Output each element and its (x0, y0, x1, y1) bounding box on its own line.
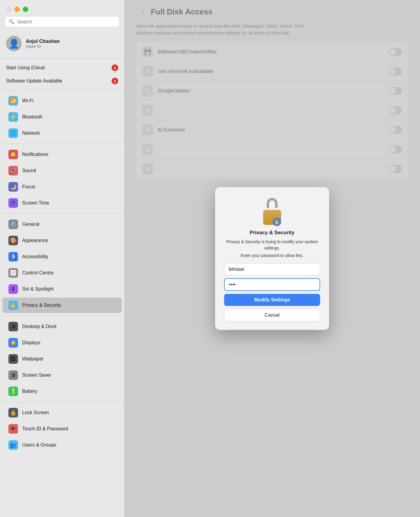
wallpaper-icon: 🖼 (8, 354, 18, 364)
sidebar-item-controlcentre[interactable]: ⬜ Control Centre (2, 265, 122, 281)
sound-icon: 🔊 (8, 166, 18, 175)
divider-5 (0, 316, 124, 316)
sidebar-item-screentime[interactable]: ⏱ Screen Time (2, 195, 122, 211)
dialog-desc: Privacy & Security is trying to modify y… (224, 239, 320, 251)
dialog-sub: Enter your password to allow this. (241, 253, 303, 258)
dialog-title: Privacy & Security (250, 230, 294, 236)
sidebar-item-battery[interactable]: 🔋 Battery (2, 384, 122, 399)
sidebar-item-wallpaper-label: Wallpaper (22, 356, 44, 362)
divider-6 (0, 402, 124, 402)
sidebar-item-notifications-label: Notifications (22, 152, 48, 157)
sidebar-item-network[interactable]: 🌐 Network (2, 125, 122, 141)
maximize-button[interactable] (23, 7, 28, 12)
sidebar-item-displays-label: Displays (22, 340, 40, 345)
sidebar-item-touchid-label: Touch ID & Password (22, 426, 68, 432)
privacy-icon: ✋ (8, 300, 18, 310)
divider-2 (0, 90, 124, 90)
sidebar-item-siri[interactable]: 🎙 Siri & Spotlight (2, 281, 122, 297)
screensaver-icon: 🖥 (8, 370, 18, 380)
modify-settings-button[interactable]: Modify Settings (224, 294, 320, 306)
sidebar-item-desktop[interactable]: 🖥 Desktop & Dock (2, 319, 122, 334)
sidebar-item-wallpaper[interactable]: 🖼 Wallpaper (2, 351, 122, 367)
sidebar: 🔍 👤 Anjul Chauhan Apple ID Start Using i… (0, 0, 124, 517)
search-container: 🔍 (0, 16, 124, 32)
sidebar-item-sound[interactable]: 🔊 Sound (2, 163, 122, 178)
lock-body: ✋ (263, 210, 281, 225)
banner-update-label: Software Update Available (6, 78, 62, 84)
traffic-lights (0, 0, 124, 16)
lock-badge: ✋ (273, 218, 281, 226)
search-input[interactable] (17, 19, 116, 25)
sidebar-item-bluetooth[interactable]: ⚡ Bluetooth (2, 109, 122, 125)
avatar: 👤 (6, 36, 22, 51)
lockscreen-icon: 🔒 (8, 408, 18, 417)
sidebar-item-displays[interactable]: ☀️ Displays (2, 335, 122, 351)
displays-icon: ☀️ (8, 338, 18, 348)
desktop-icon: 🖥 (8, 322, 18, 331)
network-icon: 🌐 (8, 128, 18, 138)
cancel-button[interactable]: Cancel (224, 309, 320, 321)
close-button[interactable] (6, 7, 11, 12)
sidebar-item-privacy[interactable]: ✋ Privacy & Security (2, 297, 122, 313)
badge-icloud: 1 (112, 64, 118, 71)
bluetooth-icon: ⚡ (8, 112, 18, 122)
sidebar-item-notifications[interactable]: 🔔 Notifications (2, 147, 122, 162)
screentime-icon: ⏱ (8, 198, 18, 208)
sidebar-item-accessibility-label: Accessibility (22, 254, 48, 259)
main-content: ‹ › Full Disk Access Allow the applicati… (124, 0, 420, 517)
focus-icon: 🌙 (8, 182, 18, 192)
password-field[interactable] (224, 278, 320, 291)
sidebar-item-general-label: General (22, 222, 39, 227)
notifications-icon: 🔔 (8, 150, 18, 159)
sidebar-item-screentime-label: Screen Time (22, 200, 49, 206)
lock-shackle (267, 198, 278, 208)
general-icon: ⚙️ (8, 220, 18, 229)
profile-name: Anjul Chauhan (26, 39, 60, 44)
sidebar-item-siri-label: Siri & Spotlight (22, 286, 54, 292)
sidebar-item-users[interactable]: 👥 Users & Groups (2, 437, 122, 453)
profile-subtitle: Apple ID (26, 44, 60, 49)
divider-1 (0, 58, 124, 59)
sidebar-item-focus[interactable]: 🌙 Focus (2, 179, 122, 195)
accessibility-icon: ♿ (8, 252, 18, 261)
username-field[interactable] (224, 263, 320, 275)
sidebar-item-controlcentre-label: Control Centre (22, 270, 53, 276)
sidebar-item-lockscreen[interactable]: 🔒 Lock Screen (2, 405, 122, 420)
sidebar-item-screensaver[interactable]: 🖥 Screen Saver (2, 367, 122, 383)
minimize-button[interactable] (14, 7, 20, 12)
controlcentre-icon: ⬜ (8, 268, 18, 278)
search-icon: 🔍 (9, 19, 15, 25)
sidebar-item-focus-label: Focus (22, 184, 35, 190)
sidebar-item-sound-label: Sound (22, 168, 36, 173)
search-box[interactable]: 🔍 (5, 16, 119, 27)
auth-dialog: ✋ Privacy & Security Privacy & Security … (215, 187, 329, 330)
avatar-icon: 👤 (8, 38, 20, 49)
divider-4 (0, 214, 124, 214)
sidebar-item-appearance[interactable]: 🎨 Appearance (2, 233, 122, 248)
lock-icon-wrap: ✋ (260, 198, 284, 225)
divider-3 (0, 144, 124, 144)
profile-info: Anjul Chauhan Apple ID (26, 39, 60, 49)
profile-section[interactable]: 👤 Anjul Chauhan Apple ID (0, 32, 124, 56)
siri-icon: 🎙 (8, 284, 18, 294)
touchid-icon: 👁 (8, 424, 18, 434)
overlay: ✋ Privacy & Security Privacy & Security … (124, 0, 420, 517)
sidebar-item-network-label: Network (22, 130, 40, 136)
sidebar-item-desktop-label: Desktop & Dock (22, 324, 57, 329)
sidebar-item-lockscreen-label: Lock Screen (22, 410, 49, 415)
sidebar-item-appearance-label: Appearance (22, 238, 48, 243)
sidebar-item-bluetooth-label: Bluetooth (22, 114, 43, 120)
users-icon: 👥 (8, 440, 18, 450)
sidebar-item-general[interactable]: ⚙️ General (2, 217, 122, 232)
banner-update[interactable]: Software Update Available 1 (0, 74, 124, 88)
sidebar-item-wifi-label: Wi-Fi (22, 98, 33, 103)
banner-icloud[interactable]: Start Using iCloud 1 (0, 61, 124, 74)
sidebar-item-accessibility[interactable]: ♿ Accessibility (2, 249, 122, 264)
appearance-icon: 🎨 (8, 236, 18, 245)
sidebar-item-users-label: Users & Groups (22, 442, 56, 448)
sidebar-item-wifi[interactable]: 📶 Wi-Fi (2, 93, 122, 109)
battery-icon: 🔋 (8, 387, 18, 396)
sidebar-item-touchid[interactable]: 👁 Touch ID & Password (2, 421, 122, 437)
sidebar-item-battery-label: Battery (22, 389, 38, 394)
banner-icloud-label: Start Using iCloud (6, 65, 45, 70)
